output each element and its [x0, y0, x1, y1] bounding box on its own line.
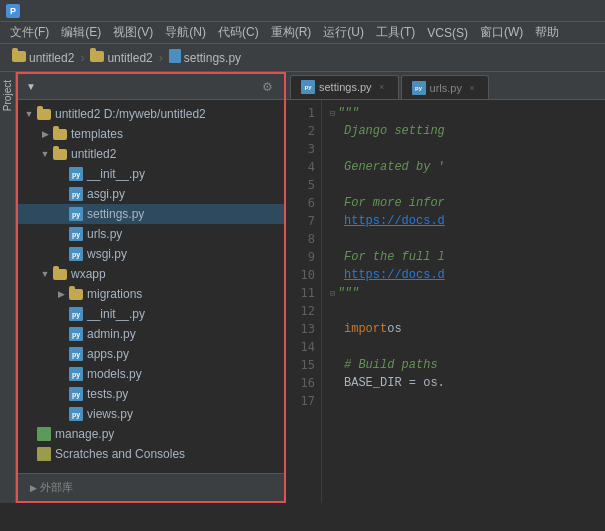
- tree-label: __init__.py: [87, 167, 145, 181]
- tree-file-icon: py: [68, 227, 84, 241]
- code-token: For the full l: [344, 250, 445, 264]
- tree-item-wxapp-init[interactable]: py__init__.py: [18, 304, 284, 324]
- tree-item-tests-py[interactable]: pytests.py: [18, 384, 284, 404]
- code-line: [330, 176, 597, 194]
- tree-label: admin.py: [87, 327, 136, 341]
- tree-item-apps-py[interactable]: pyapps.py: [18, 344, 284, 364]
- tab-label: settings.py: [319, 81, 372, 93]
- menu-item-e[interactable]: 编辑(E): [55, 22, 107, 43]
- file-tree: ▼untitled2 D:/myweb/untitled2▶templates▼…: [18, 100, 284, 473]
- tree-label: manage.py: [55, 427, 114, 441]
- tree-label: templates: [71, 127, 123, 141]
- editor-tab-settingspy[interactable]: pysettings.py×: [290, 75, 399, 99]
- code-line: Generated by ': [330, 158, 597, 176]
- code-line: [330, 230, 597, 248]
- tree-file-icon: py: [68, 187, 84, 201]
- tree-label: __init__.py: [87, 307, 145, 321]
- code-line: For more infor: [330, 194, 597, 212]
- menu-item-w[interactable]: 窗口(W): [474, 22, 529, 43]
- breadcrumb-item-untitled2[interactable]: untitled2: [8, 49, 78, 67]
- code-line: BASE_DIR = os.: [330, 374, 597, 392]
- tree-item-views-py[interactable]: pyviews.py: [18, 404, 284, 424]
- external-libraries-label: 外部库: [40, 480, 73, 495]
- breadcrumb-item-untitled2[interactable]: untitled2: [86, 49, 156, 67]
- code-line: # Build paths: [330, 356, 597, 374]
- editor-tab-urlspy[interactable]: pyurls.py×: [401, 75, 489, 99]
- tree-arrow: ▼: [22, 109, 36, 119]
- code-token: os: [387, 322, 401, 336]
- external-libraries-item[interactable]: ▶ 外部库: [26, 478, 77, 497]
- project-panel: ▼ ⚙ ▼untitled2 D:/myweb/untitled2▶templa…: [16, 72, 286, 503]
- tree-item-migrations[interactable]: ▶migrations: [18, 284, 284, 304]
- app-icon: P: [6, 4, 20, 18]
- menu-item-t[interactable]: 工具(T): [370, 22, 421, 43]
- code-token: """: [337, 106, 359, 120]
- line-number: 3: [286, 140, 321, 158]
- tree-label: urls.py: [87, 227, 122, 241]
- line-numbers: 1234567891011121314151617: [286, 100, 322, 503]
- fold-icon[interactable]: ⊟: [330, 108, 335, 119]
- tree-item-models-py[interactable]: pymodels.py: [18, 364, 284, 384]
- tree-arrow: ▼: [38, 269, 52, 279]
- tree-file-icon: py: [68, 167, 84, 181]
- tree-item-asgi-py[interactable]: pyasgi.py: [18, 184, 284, 204]
- tree-label: untitled2: [71, 147, 116, 161]
- tree-item-settings-py[interactable]: pysettings.py: [18, 204, 284, 224]
- tree-label: untitled2 D:/myweb/untitled2: [55, 107, 206, 121]
- menu-item-vcss[interactable]: VCS(S): [421, 24, 474, 42]
- tree-item-untitled2-root[interactable]: ▼untitled2 D:/myweb/untitled2: [18, 104, 284, 124]
- editor-tabs: pysettings.py×pyurls.py×: [286, 72, 605, 100]
- menu-item-u[interactable]: 运行(U): [317, 22, 370, 43]
- breadcrumb-item-settingspy[interactable]: settings.py: [165, 47, 245, 68]
- line-number: 14: [286, 338, 321, 356]
- code-token: https://docs.d: [344, 214, 445, 228]
- side-panel: Project: [0, 72, 16, 503]
- tree-label: models.py: [87, 367, 142, 381]
- tree-item-wsgi-py[interactable]: pywsgi.py: [18, 244, 284, 264]
- menu-item-[interactable]: 帮助: [529, 22, 565, 43]
- tree-file-icon: py: [68, 307, 84, 321]
- tree-file-icon: py: [68, 327, 84, 341]
- code-line: [330, 392, 597, 410]
- tree-file-icon: py: [68, 247, 84, 261]
- code-line: For the full l: [330, 248, 597, 266]
- line-number: 5: [286, 176, 321, 194]
- breadcrumb-sep-1: ›: [80, 51, 84, 65]
- tree-item-scratches[interactable]: Scratches and Consoles: [18, 444, 284, 464]
- code-area[interactable]: ⊟"""Django settingGenerated by 'For more…: [322, 100, 605, 503]
- settings-icon[interactable]: ⚙: [262, 80, 276, 94]
- menu-item-f[interactable]: 文件(F): [4, 22, 55, 43]
- code-token: https://docs.d: [344, 268, 445, 282]
- tab-close-button[interactable]: ×: [376, 81, 388, 93]
- tree-label: views.py: [87, 407, 133, 421]
- tab-label: urls.py: [430, 82, 462, 94]
- menu-item-v[interactable]: 视图(V): [107, 22, 159, 43]
- tree-item-admin-py[interactable]: pyadmin.py: [18, 324, 284, 344]
- menu-item-r[interactable]: 重构(R): [265, 22, 318, 43]
- tree-item-untitled2-sub[interactable]: ▼untitled2: [18, 144, 284, 164]
- tree-item-urls-py[interactable]: pyurls.py: [18, 224, 284, 244]
- project-icon: ▼: [26, 81, 36, 92]
- fold-icon[interactable]: ⊟: [330, 288, 335, 299]
- side-label-project[interactable]: Project: [0, 76, 15, 115]
- tree-item-init-py[interactable]: py__init__.py: [18, 164, 284, 184]
- code-token: import: [344, 322, 387, 336]
- tree-file-icon: py: [68, 367, 84, 381]
- tree-item-templates[interactable]: ▶templates: [18, 124, 284, 144]
- breadcrumb-label: untitled2: [29, 51, 74, 65]
- tree-item-wxapp[interactable]: ▼wxapp: [18, 264, 284, 284]
- breadcrumb-bar: untitled2 › untitled2 › settings.py: [0, 44, 605, 72]
- line-number: 17: [286, 392, 321, 410]
- tab-close-button[interactable]: ×: [466, 82, 478, 94]
- menu-item-c[interactable]: 代码(C): [212, 22, 265, 43]
- tree-label: wsgi.py: [87, 247, 127, 261]
- folder-icon: [90, 51, 104, 65]
- line-number: 7: [286, 212, 321, 230]
- tree-arrow: ▶: [38, 129, 52, 139]
- tree-file-icon: [36, 427, 52, 441]
- line-number: 10: [286, 266, 321, 284]
- code-line: [330, 338, 597, 356]
- line-number: 15: [286, 356, 321, 374]
- tree-item-manage-py[interactable]: manage.py: [18, 424, 284, 444]
- menu-item-n[interactable]: 导航(N): [159, 22, 212, 43]
